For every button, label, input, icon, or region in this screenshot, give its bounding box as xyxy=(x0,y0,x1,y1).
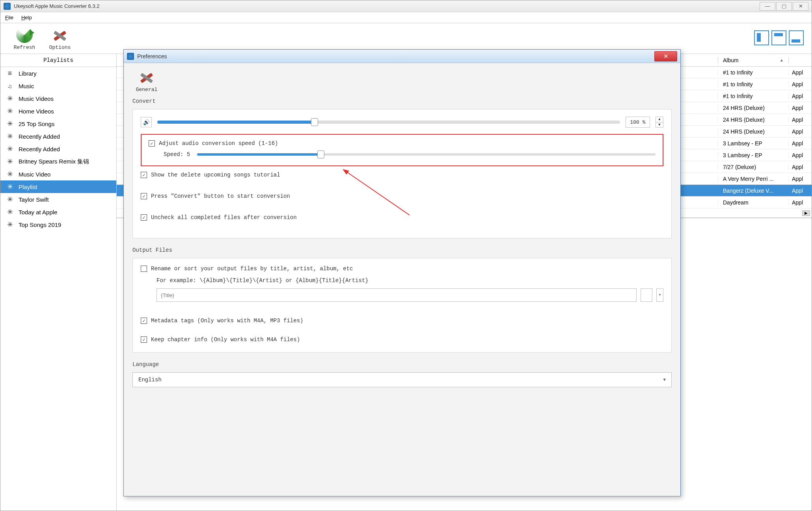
gear-icon xyxy=(6,132,14,140)
spin-up-icon[interactable]: ▲ xyxy=(656,117,663,123)
cell-album: 24 HRS (Deluxe) xyxy=(718,117,789,123)
maximize-button[interactable]: ▢ xyxy=(776,2,792,11)
refresh-icon xyxy=(16,26,33,43)
label-tutorial: Show the delete upcoming songs tutorial xyxy=(151,172,280,178)
sidebar-item-label: Today at Apple xyxy=(19,209,57,216)
sidebar-item[interactable]: Recently Added xyxy=(0,130,116,143)
app-icon xyxy=(4,3,11,10)
sidebar-item[interactable]: Today at Apple xyxy=(0,206,116,218)
cell-album: Daydream xyxy=(718,199,789,206)
dialog-body: General Convert 🔊 100 % ▲ ▼ xyxy=(124,63,680,496)
cell-artist: Appl xyxy=(789,81,812,87)
view-mode-2[interactable] xyxy=(771,30,786,45)
menu-file[interactable]: File xyxy=(5,15,13,20)
pattern-row: ▼ xyxy=(156,288,663,302)
sidebar-item-label: Home Videos xyxy=(19,108,54,115)
cell-album: 7/27 (Deluxe) xyxy=(718,164,789,170)
section-output: Rename or sort your output files by titl… xyxy=(132,258,672,353)
menu-help[interactable]: Help xyxy=(21,15,32,20)
gear-icon xyxy=(6,120,14,128)
scroll-right-icon[interactable]: ▶ xyxy=(802,210,810,216)
gear-icon xyxy=(6,208,14,216)
checkbox-metadata[interactable] xyxy=(141,318,147,324)
checkbox-rename[interactable] xyxy=(141,266,147,272)
checkbox-chapter[interactable] xyxy=(141,336,147,343)
sidebar-item[interactable]: Taylor Swift xyxy=(0,193,116,206)
label-adjust-speed: Adjust audio conversion speed (1-16) xyxy=(159,140,278,147)
window-controls: — ▢ ✕ xyxy=(760,2,808,11)
sidebar-item[interactable]: Music Video xyxy=(0,168,116,180)
cell-album: 3 Lambsey - EP xyxy=(718,140,789,147)
sidebar-item[interactable]: Playlist xyxy=(0,180,116,193)
cell-artist: Appl xyxy=(789,69,812,76)
checkbox-press-convert[interactable] xyxy=(141,193,147,199)
cell-artist: Appl xyxy=(789,128,812,135)
cell-artist: Appl xyxy=(789,199,812,206)
cell-album: Bangerz (Deluxe V... xyxy=(718,188,789,194)
options-icon xyxy=(52,26,68,43)
cell-album: 24 HRS (Deluxe) xyxy=(718,128,789,135)
cell-artist: Appl xyxy=(789,140,812,147)
volume-slider[interactable] xyxy=(157,121,620,124)
cell-artist: Appl xyxy=(789,152,812,158)
speed-highlight-box: Adjust audio conversion speed (1-16) Spe… xyxy=(141,134,663,166)
cell-artist: Appl xyxy=(789,93,812,99)
sidebar-item[interactable]: Music xyxy=(0,80,116,92)
speed-thumb[interactable] xyxy=(317,151,324,158)
section-language-title: Language xyxy=(132,361,672,368)
gear-icon xyxy=(6,221,14,229)
speaker-icon[interactable]: 🔊 xyxy=(141,117,152,127)
options-button[interactable]: Options xyxy=(42,26,78,50)
checkbox-adjust-speed[interactable] xyxy=(149,140,155,147)
checkbox-uncheck-completed[interactable] xyxy=(141,214,147,221)
volume-spinner[interactable]: ▲ ▼ xyxy=(656,117,663,128)
main-window: Ukeysoft Apple Music Converter 6.3.2 — ▢… xyxy=(0,0,812,511)
sidebar-item[interactable]: Music Videos xyxy=(0,92,116,105)
cell-artist: Appl xyxy=(789,176,812,182)
sidebar-item[interactable]: Britney Spears Remix 集锦 xyxy=(0,155,116,168)
cell-album: 24 HRS (Deluxe) xyxy=(718,105,789,111)
checkbox-tutorial[interactable] xyxy=(141,172,147,178)
sidebar-item[interactable]: 25 Top Songs xyxy=(0,117,116,130)
gear-icon xyxy=(6,195,14,203)
minimize-button[interactable]: — xyxy=(760,2,775,11)
dialog-close-button[interactable]: ✕ xyxy=(654,51,677,61)
pattern-dropdown[interactable]: ▼ xyxy=(656,288,663,302)
view-mode-1[interactable] xyxy=(754,30,769,45)
view-mode-3[interactable] xyxy=(789,30,804,45)
speed-row: Speed: 5 xyxy=(164,151,656,158)
music-icon xyxy=(6,82,14,90)
speed-label: Speed: 5 xyxy=(164,151,190,158)
dialog-titlebar: Preferences ✕ xyxy=(124,50,680,63)
section-output-title: Output Files xyxy=(132,247,672,253)
spin-down-icon[interactable]: ▼ xyxy=(656,123,663,128)
sidebar: Playlists LibraryMusicMusic VideosHome V… xyxy=(0,54,117,511)
sidebar-item-label: Music Videos xyxy=(19,95,54,102)
pattern-button[interactable] xyxy=(641,288,652,302)
pattern-input[interactable] xyxy=(156,288,637,302)
cell-album: #1 to Infinity xyxy=(718,81,789,87)
language-dropdown[interactable]: English ▼ xyxy=(132,372,672,387)
volume-thumb[interactable] xyxy=(311,118,318,126)
sidebar-item[interactable]: Recently Added xyxy=(0,143,116,155)
volume-row: 🔊 100 % ▲ ▼ xyxy=(141,117,663,128)
sidebar-item-label: Library xyxy=(19,70,37,77)
refresh-button[interactable]: Refresh xyxy=(7,26,42,50)
gear-icon xyxy=(6,158,14,165)
rename-example: For example: \{Album}\{Title}\{Artist} o… xyxy=(156,277,663,284)
sidebar-item-label: Music Video xyxy=(19,171,50,178)
sidebar-item[interactable]: Home Videos xyxy=(0,105,116,117)
cell-artist: Appl xyxy=(789,105,812,111)
sidebar-item[interactable]: Top Songs 2019 xyxy=(0,218,116,231)
titlebar: Ukeysoft Apple Music Converter 6.3.2 — ▢… xyxy=(0,0,812,12)
sidebar-item-label: Recently Added xyxy=(19,133,60,140)
window-title: Ukeysoft Apple Music Converter 6.3.2 xyxy=(14,3,760,9)
speed-slider[interactable] xyxy=(197,153,656,156)
tab-general[interactable]: General xyxy=(132,69,161,93)
sidebar-item[interactable]: Library xyxy=(0,67,116,80)
chevron-down-icon: ▼ xyxy=(663,377,666,382)
gear-icon xyxy=(6,170,14,178)
gear-icon xyxy=(6,107,14,115)
close-button[interactable]: ✕ xyxy=(793,2,808,11)
column-album[interactable]: Album ▲ xyxy=(718,57,789,63)
